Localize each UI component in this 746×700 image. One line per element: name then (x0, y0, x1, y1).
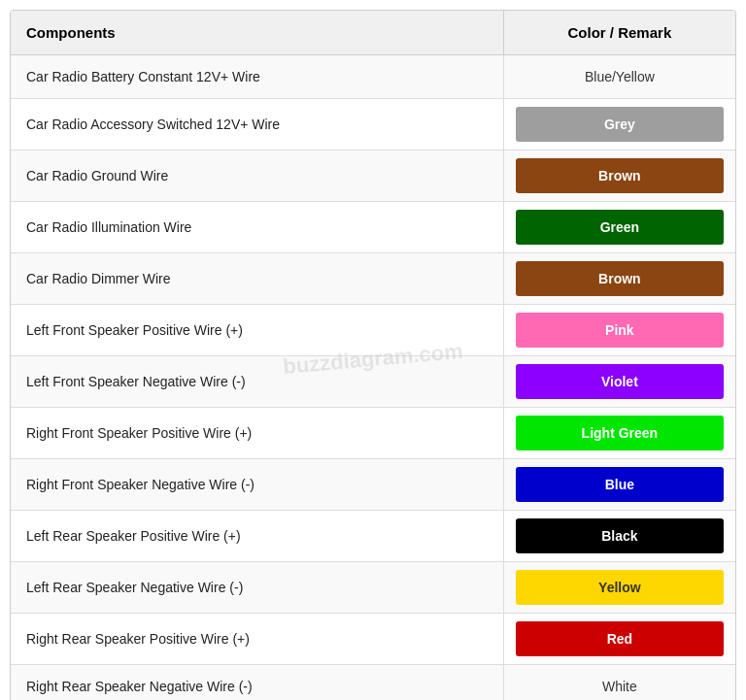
table-row: Right Rear Speaker Positive Wire (+)Red (11, 614, 735, 665)
table-row: Right Front Speaker Negative Wire (-)Blu… (11, 459, 735, 511)
table-container: Components Color / Remark Car Radio Batt… (11, 11, 735, 700)
color-cell: Brown (503, 150, 735, 202)
color-cell: Yellow (503, 562, 735, 614)
table-row: Car Radio Dimmer WireBrown (11, 253, 735, 305)
color-cell: Blue/Yellow (503, 55, 735, 99)
component-cell: Left Rear Speaker Negative Wire (-) (11, 562, 503, 614)
component-cell: Left Rear Speaker Positive Wire (+) (11, 511, 503, 562)
component-cell: Right Rear Speaker Positive Wire (+) (11, 614, 503, 665)
table-row: Car Radio Battery Constant 12V+ WireBlue… (11, 55, 735, 99)
table-row: Left Front Speaker Positive Wire (+)Pink (11, 305, 735, 356)
color-label: White (602, 679, 637, 694)
component-cell: Car Radio Accessory Switched 12V+ Wire (11, 99, 503, 150)
color-cell: Black (503, 511, 735, 562)
table-row: Left Rear Speaker Negative Wire (-)Yello… (11, 562, 735, 614)
table-row: Right Rear Speaker Negative Wire (-)Whit… (11, 665, 735, 701)
color-badge: Grey (516, 107, 724, 142)
component-cell: Car Radio Battery Constant 12V+ Wire (11, 55, 503, 99)
color-badge: Blue (516, 467, 724, 502)
color-cell: Red (503, 614, 735, 665)
color-badge: Brown (516, 261, 724, 296)
component-cell: Right Rear Speaker Negative Wire (-) (11, 665, 503, 701)
color-badge: Black (516, 518, 724, 553)
table-row: Left Front Speaker Negative Wire (-)Viol… (11, 356, 735, 408)
color-badge: Pink (516, 313, 724, 348)
color-cell: Brown (503, 253, 735, 305)
table-row: Car Radio Illumination WireGreen (11, 202, 735, 253)
component-cell: Left Front Speaker Negative Wire (-) (11, 356, 503, 408)
table-row: Left Rear Speaker Positive Wire (+)Black (11, 511, 735, 562)
color-remark-header: Color / Remark (503, 11, 735, 55)
color-badge: Yellow (516, 570, 724, 605)
color-badge: Brown (516, 158, 724, 193)
color-cell: Green (503, 202, 735, 253)
color-badge: Light Green (516, 416, 724, 450)
components-header: Components (11, 11, 503, 55)
table-row: Right Front Speaker Positive Wire (+)Lig… (11, 408, 735, 459)
color-badge: Red (516, 621, 724, 656)
color-cell: Grey (503, 99, 735, 150)
component-cell: Right Front Speaker Positive Wire (+) (11, 408, 503, 459)
component-cell: Right Front Speaker Negative Wire (-) (11, 459, 503, 511)
color-label: Blue/Yellow (585, 69, 655, 84)
color-cell: Blue (503, 459, 735, 511)
table-header-row: Components Color / Remark (11, 11, 735, 55)
table-row: Car Radio Accessory Switched 12V+ WireGr… (11, 99, 735, 150)
color-cell: White (503, 665, 735, 701)
color-badge: Green (516, 210, 724, 245)
color-badge: Violet (516, 364, 724, 399)
color-cell: Violet (503, 356, 735, 408)
component-cell: Car Radio Dimmer Wire (11, 253, 503, 305)
color-cell: Pink (503, 305, 735, 356)
wiring-table: Components Color / Remark Car Radio Batt… (11, 11, 735, 700)
component-cell: Left Front Speaker Positive Wire (+) (11, 305, 503, 356)
table-row: Car Radio Ground WireBrown (11, 150, 735, 202)
wiring-table-wrapper: Components Color / Remark Car Radio Batt… (10, 10, 736, 700)
component-cell: Car Radio Ground Wire (11, 150, 503, 202)
component-cell: Car Radio Illumination Wire (11, 202, 503, 253)
color-cell: Light Green (503, 408, 735, 459)
